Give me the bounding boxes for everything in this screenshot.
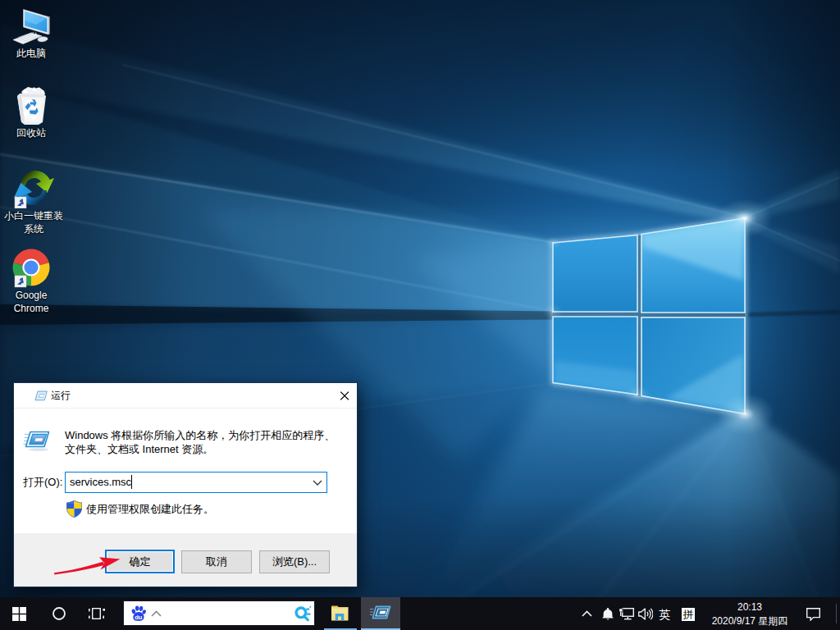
svg-text:du: du xyxy=(135,614,143,621)
